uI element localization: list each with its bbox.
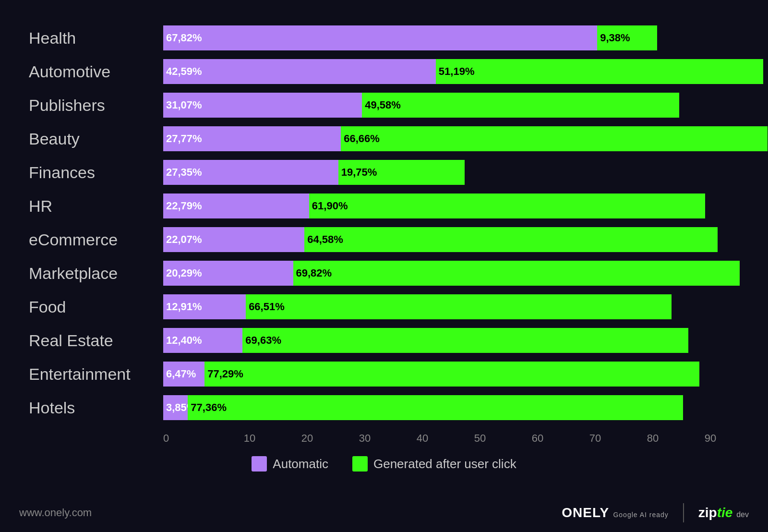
bars-wrapper: 12,40%69,63%	[163, 328, 739, 353]
x-axis-tick: 50	[451, 432, 509, 445]
bar-green: 77,29%	[204, 362, 699, 387]
chart-container: Health67,82%9,38%Automotive42,59%51,19%P…	[19, 14, 749, 503]
category-label: Health	[29, 29, 163, 48]
footer-logos: ONELY Google AI ready ziptie dev	[562, 503, 749, 522]
bars-wrapper: 22,07%64,58%	[163, 227, 739, 252]
chart-row: Food12,91%66,51%	[29, 293, 739, 321]
bars-wrapper: 42,59%51,19%	[163, 59, 739, 84]
bar-purple: 20,29%	[163, 261, 293, 286]
chart-row: Finances27,35%19,75%	[29, 158, 739, 186]
chart-row: Marketplace20,29%69,82%	[29, 259, 739, 287]
bar-purple: 27,77%	[163, 126, 341, 151]
bar-purple: 6,47%	[163, 362, 204, 387]
chart-area: Health67,82%9,38%Automotive42,59%51,19%P…	[19, 14, 749, 427]
bar-green: 69,63%	[242, 328, 688, 353]
logo-onely: ONELY Google AI ready	[562, 505, 669, 520]
chart-row: Hotels3,85%77,36%	[29, 394, 739, 422]
bars-wrapper: 12,91%66,51%	[163, 294, 739, 319]
footer-url: www.onely.com	[19, 507, 92, 519]
bar-green: 64,58%	[304, 227, 718, 252]
category-label: Marketplace	[29, 264, 163, 283]
bars-wrapper: 67,82%9,38%	[163, 25, 739, 50]
chart-row: Real Estate12,40%69,63%	[29, 326, 739, 354]
bar-purple: 12,40%	[163, 328, 242, 353]
category-label: Beauty	[29, 130, 163, 148]
bar-green: 9,38%	[597, 25, 657, 50]
legend-generated: Generated after user click	[352, 456, 516, 472]
chart-row: Beauty27,77%66,66%	[29, 125, 739, 153]
bars-wrapper: 27,35%19,75%	[163, 160, 739, 185]
legend-automatic-label: Automatic	[273, 457, 328, 472]
chart-row: HR22,79%61,90%	[29, 192, 739, 220]
category-label: Real Estate	[29, 331, 163, 350]
category-label: Automotive	[29, 62, 163, 81]
bars-wrapper: 31,07%49,58%	[163, 93, 739, 118]
bars-wrapper: 22,79%61,90%	[163, 193, 739, 218]
bars-wrapper: 6,47%77,29%	[163, 362, 739, 387]
bar-green: 69,82%	[293, 261, 740, 286]
x-axis-tick: 30	[336, 432, 394, 445]
legend: Automatic Generated after user click	[19, 456, 749, 472]
x-axis-tick: 60	[509, 432, 566, 445]
bars-wrapper: 20,29%69,82%	[163, 261, 739, 286]
chart-row: Publishers31,07%49,58%	[29, 91, 739, 119]
x-axis-tick: 0	[163, 432, 221, 445]
category-label: Finances	[29, 163, 163, 182]
x-axis-tick: 70	[566, 432, 624, 445]
bars-wrapper: 3,85%77,36%	[163, 395, 739, 420]
x-axis: 0102030405060708090	[154, 432, 749, 445]
x-axis-tick: 80	[624, 432, 682, 445]
bar-green: 66,51%	[246, 294, 672, 319]
bar-green: 66,66%	[341, 126, 768, 151]
chart-row: Automotive42,59%51,19%	[29, 58, 739, 85]
bar-purple: 22,07%	[163, 227, 304, 252]
footer: www.onely.com ONELY Google AI ready zipt…	[19, 503, 749, 522]
legend-green-box	[352, 456, 368, 472]
category-label: Food	[29, 298, 163, 316]
bar-purple: 22,79%	[163, 193, 309, 218]
bar-green: 19,75%	[338, 160, 465, 185]
x-axis-tick: 20	[278, 432, 336, 445]
ziptie-zip: zip	[698, 505, 717, 520]
category-label: HR	[29, 197, 163, 216]
category-label: Publishers	[29, 96, 163, 115]
x-axis-tick: 10	[221, 432, 278, 445]
onely-subtitle: Google AI ready	[613, 511, 668, 519]
bar-purple: 67,82%	[163, 25, 597, 50]
bar-green: 61,90%	[309, 193, 705, 218]
bar-green: 51,19%	[436, 59, 764, 84]
bar-purple: 3,85%	[163, 395, 188, 420]
category-label: Hotels	[29, 399, 163, 417]
bar-green: 49,58%	[362, 93, 679, 118]
legend-generated-label: Generated after user click	[373, 457, 516, 472]
bar-green: 77,36%	[188, 395, 683, 420]
bars-wrapper: 27,77%66,66%	[163, 126, 739, 151]
legend-purple-box	[252, 456, 267, 472]
ziptie-dev: dev	[736, 510, 749, 519]
category-label: eCommerce	[29, 230, 163, 249]
chart-row: eCommerce22,07%64,58%	[29, 226, 739, 254]
bar-purple: 42,59%	[163, 59, 436, 84]
legend-automatic: Automatic	[252, 456, 328, 472]
x-axis-tick: 40	[394, 432, 451, 445]
bar-purple: 12,91%	[163, 294, 246, 319]
bar-purple: 31,07%	[163, 93, 362, 118]
bar-purple: 27,35%	[163, 160, 338, 185]
logo-divider	[683, 503, 684, 522]
chart-row: Health67,82%9,38%	[29, 24, 739, 52]
chart-row: Entertainment6,47%77,29%	[29, 360, 739, 388]
ziptie-tie: tie	[717, 505, 733, 520]
x-axis-tick: 90	[682, 432, 739, 445]
category-label: Entertainment	[29, 365, 163, 384]
logo-ziptie: ziptie dev	[698, 505, 749, 520]
